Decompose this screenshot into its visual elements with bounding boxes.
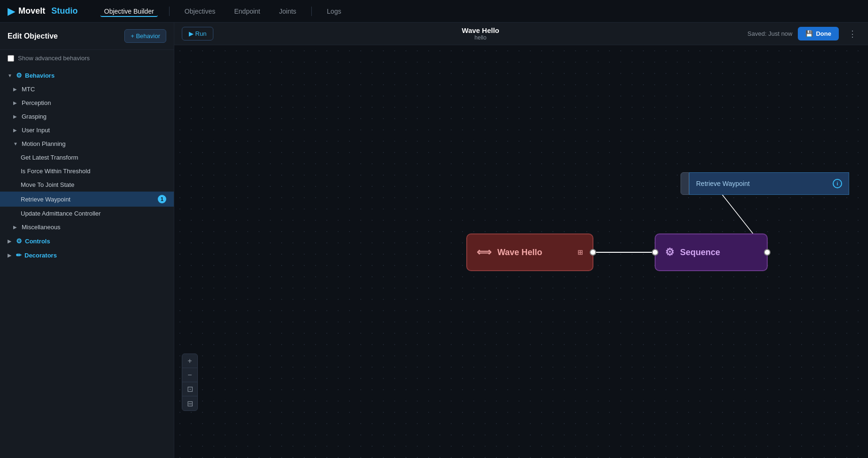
logo-moveit: MoveIt [18, 6, 45, 16]
sidebar-item-move-to-joint-state[interactable]: Move To Joint State [0, 178, 174, 192]
behavior-tree: ▼ ⚙ Behaviors ▶ MTC ▶ Perception ▶ Grasp… [0, 66, 174, 264]
sidebar-item-mtc[interactable]: ▶ MTC [0, 82, 174, 96]
sidebar-item-get-latest-transform[interactable]: Get Latest Transform [0, 151, 174, 164]
decorators-icon: ✏ [16, 251, 22, 259]
chevron-right-icon: ▶ [13, 87, 19, 92]
done-label: Done [816, 30, 831, 37]
sidebar-item-motion-planning[interactable]: ▼ Motion Planning [0, 137, 174, 151]
run-button[interactable]: ▶ Run [182, 27, 213, 40]
canvas-title-area: Wave Hello hello [462, 26, 499, 41]
zoom-out-button[interactable]: − [182, 368, 197, 382]
sidebar-header: Edit Objective + Behavior [0, 23, 174, 50]
wave-hello-icon: ⟺ [477, 246, 492, 258]
sequence-icon: ⚙ [665, 246, 674, 258]
sidebar-item-is-force-within-threshold[interactable]: Is Force Within Threshold [0, 164, 174, 178]
nav-objective-builder[interactable]: Objective Builder [100, 6, 158, 17]
sequence-label: Sequence [680, 248, 720, 257]
done-button[interactable]: 💾 Done [798, 27, 839, 40]
sidebar-item-grasping[interactable]: ▶ Grasping [0, 110, 174, 123]
zoom-fit-button[interactable]: ⊡ [182, 382, 197, 396]
sequence-right-connector[interactable] [764, 249, 771, 256]
user-input-label: User Input [22, 127, 50, 134]
chevron-down-icon: ▼ [13, 141, 19, 146]
add-behavior-button[interactable]: + Behavior [124, 29, 166, 43]
saved-status: Saved: Just now [747, 30, 792, 37]
decorators-label: Decorators [24, 252, 57, 259]
behaviors-icon: ⚙ [16, 72, 22, 79]
canvas-title: Wave Hello [462, 26, 499, 34]
zoom-controls: + − ⊡ ⊟ [182, 354, 198, 411]
node-sequence[interactable]: ⚙ Sequence [655, 233, 768, 271]
nav-divider-1 [169, 7, 170, 16]
chevron-right-icon: ▶ [13, 225, 19, 230]
expand-icon: ⊞ [577, 249, 583, 256]
retrieve-waypoint-panel: Retrieve Waypoint i [681, 172, 849, 195]
canvas-area: ▶ Run Wave Hello hello Saved: Just now 💾… [174, 23, 868, 458]
mtc-label: MTC [22, 86, 35, 93]
behaviors-label: Behaviors [25, 72, 55, 79]
show-advanced-text: Show advanced behaviors [18, 55, 90, 62]
behavior-tree-canvas[interactable]: ⟺ Wave Hello ⊞ ⚙ Sequence Retrieve Waypo… [174, 45, 868, 458]
canvas-toolbar: ▶ Run Wave Hello hello Saved: Just now 💾… [174, 23, 868, 45]
chevron-right-icon: ▶ [13, 100, 19, 105]
sidebar-item-perception[interactable]: ▶ Perception [0, 96, 174, 110]
rwp-label: Retrieve Waypoint [696, 180, 750, 187]
canvas-subtitle: hello [462, 34, 499, 41]
controls-icon: ⚙ [16, 237, 22, 245]
grasping-label: Grasping [22, 113, 47, 120]
zoom-lock-button[interactable]: ⊟ [182, 396, 197, 410]
rwp-handle [681, 172, 689, 195]
update-admittance-label: Update Admittance Controller [21, 210, 101, 217]
miscellaneous-label: Miscellaneous [22, 224, 60, 231]
rwp-info-button[interactable]: i [833, 179, 842, 188]
logo-arrow-icon: ▶ [8, 6, 15, 17]
main-layout: Edit Objective + Behavior Show advanced … [0, 23, 868, 458]
wave-hello-right-connector[interactable] [590, 249, 596, 256]
perception-label: Perception [22, 99, 51, 106]
nav-divider-2 [311, 7, 312, 16]
sidebar-item-retrieve-waypoint[interactable]: Retrieve Waypoint 1 [0, 192, 174, 207]
sidebar-item-miscellaneous[interactable]: ▶ Miscellaneous [0, 220, 174, 234]
chevron-right-icon: ▶ [13, 128, 19, 133]
more-options-button[interactable]: ⋮ [844, 27, 860, 41]
move-to-joint-state-label: Move To Joint State [21, 181, 74, 188]
rwp-body[interactable]: Retrieve Waypoint i [689, 172, 849, 195]
show-advanced-checkbox[interactable] [8, 55, 14, 62]
chevron-down-icon: ▼ [8, 73, 13, 78]
top-nav: ▶ MoveIt Studio Objective Builder Object… [0, 0, 868, 23]
wave-hello-label: Wave Hello [497, 248, 542, 257]
is-force-within-threshold-label: Is Force Within Threshold [21, 168, 90, 175]
show-advanced-label[interactable]: Show advanced behaviors [0, 50, 174, 66]
motion-planning-label: Motion Planning [22, 140, 65, 147]
chevron-right-icon: ▶ [8, 253, 13, 258]
sidebar-item-user-input[interactable]: ▶ User Input [0, 123, 174, 137]
node-wave-hello[interactable]: ⟺ Wave Hello ⊞ [466, 233, 593, 271]
sidebar-item-update-admittance[interactable]: Update Admittance Controller [0, 207, 174, 220]
sidebar: Edit Objective + Behavior Show advanced … [0, 23, 174, 458]
app-logo: ▶ MoveIt Studio [8, 6, 78, 17]
toolbar-right: Saved: Just now 💾 Done ⋮ [747, 27, 860, 41]
zoom-in-button[interactable]: + [182, 354, 197, 368]
sidebar-item-controls[interactable]: ▶ ⚙ Controls [0, 234, 174, 248]
nav-objectives[interactable]: Objectives [181, 6, 219, 17]
chevron-right-icon: ▶ [8, 239, 13, 244]
retrieve-waypoint-badge: 1 [158, 195, 166, 203]
sidebar-item-behaviors[interactable]: ▼ ⚙ Behaviors [0, 68, 174, 82]
retrieve-waypoint-label: Retrieve Waypoint [21, 196, 71, 203]
get-latest-transform-label: Get Latest Transform [21, 154, 78, 161]
controls-label: Controls [25, 238, 50, 245]
nav-logs[interactable]: Logs [323, 6, 345, 17]
logo-studio: Studio [51, 6, 78, 16]
save-icon: 💾 [805, 30, 813, 37]
sidebar-item-decorators[interactable]: ▶ ✏ Decorators [0, 248, 174, 262]
nav-joints[interactable]: Joints [276, 6, 300, 17]
sidebar-title: Edit Objective [8, 32, 58, 40]
chevron-right-icon: ▶ [13, 114, 19, 119]
sequence-left-connector[interactable] [652, 249, 658, 256]
nav-endpoint[interactable]: Endpoint [230, 6, 264, 17]
